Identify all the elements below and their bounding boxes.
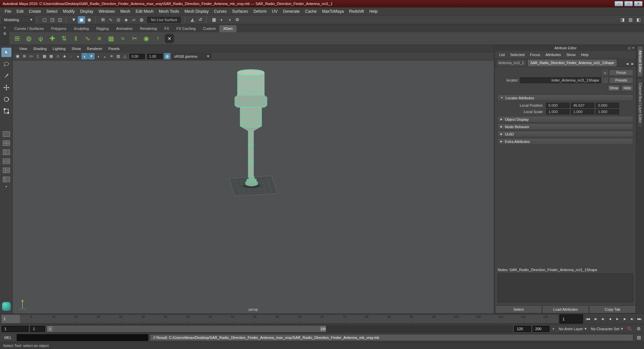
range-slider[interactable]: 1 120 [47,326,513,332]
ipr-render-icon[interactable]: ◑ [226,16,233,23]
symmetry-icon[interactable]: ◭ [189,16,196,23]
use-all-lights-icon[interactable]: ✶ [88,53,95,59]
command-result[interactable]: // Result: C:/Users/dimax/Desktop/SAR_Ra… [150,334,633,341]
menu-item[interactable]: UV [269,7,280,15]
copy-tab-button[interactable]: Copy Tab [589,305,636,313]
ae-node-tab[interactable]: Antenna_ncl1_1 [496,59,527,66]
menu-item[interactable]: Select [44,7,60,15]
ae-node-tab[interactable]: SAR_Radio_Direction_Finder_Antenna_ncl1_… [527,59,617,66]
safe-action-icon[interactable]: ◇ [55,53,61,59]
shelf-tab[interactable]: Animation [112,25,136,32]
xgen-clump-modifier-icon[interactable]: ≈ [118,34,128,44]
lasso-tool[interactable] [1,59,11,69]
menu-item[interactable]: Edit [14,7,26,15]
toggle-tool-settings-icon[interactable]: ▥ [627,16,634,23]
layout-two-pane-side-button[interactable] [2,149,11,155]
wireframe-icon[interactable]: ◌ [68,53,74,59]
layout-three-pane-button[interactable] [2,167,11,173]
menu-item[interactable]: MaxToMaya [319,7,346,15]
select-tool[interactable] [1,48,11,57]
current-frame-indicator[interactable]: 1 [1,315,19,323]
range-start-handle[interactable]: 1 [47,326,53,332]
menu-item[interactable]: File [2,7,14,15]
menu-item[interactable]: Generate [280,7,302,15]
paint-select-tool[interactable] [1,71,11,81]
render-current-frame-icon[interactable]: ◐ [218,16,225,23]
new-scene-icon[interactable]: ▢ [41,16,48,23]
attribute-value-y[interactable]: 1.000 [571,109,594,114]
dock-tab-channel-box[interactable]: Channel Box / Layer Editor [637,79,643,128]
viewport-menu-item[interactable]: Renderer [84,45,105,52]
section-object-display[interactable]: ▶ Object Display [498,116,633,122]
step-back-frame-button[interactable]: |◀ [591,315,599,323]
panel-close-icon[interactable]: ✕ [632,45,635,51]
character-set-selector[interactable]: No Character Set ▾ [589,327,624,331]
open-scene-icon[interactable]: ◳ [49,16,56,23]
construction-history-icon[interactable]: ↺ [197,16,204,23]
viewport-menu-item[interactable]: Panels [105,45,123,52]
ae-menu-item[interactable]: Help [578,53,591,57]
ae-menu-item[interactable]: Focus [527,53,543,57]
command-input[interactable] [17,334,148,341]
snap-to-point-icon[interactable]: ◎ [115,16,122,23]
xgen-duplicate-guide-icon[interactable]: ‖ [71,34,81,44]
step-forward-key-button[interactable]: |▶ [621,315,628,323]
film-gate-icon[interactable]: ▭ [28,53,34,59]
animation-preferences-icon[interactable]: ⚙ [635,326,642,332]
step-back-key-button[interactable]: ◀| [599,315,606,323]
minimize-button[interactable]: – [614,1,623,6]
layout-outliner-persp-button[interactable] [2,176,11,183]
tab-next-icon[interactable]: ▶ [630,62,635,65]
attribute-value-x[interactable]: 0.000 [546,103,570,108]
playback-speed-caret[interactable]: ▾ [551,327,556,331]
shelf-tab[interactable]: Custom [200,25,220,32]
shelf-gear-icon[interactable]: ⚙ [3,32,6,36]
viewport-menu-item[interactable]: Lighting [50,45,69,52]
select-by-object-type-icon[interactable]: ▣ [78,16,85,23]
view-transform-dropdown[interactable]: sRGB gamma ▾ [172,53,211,59]
section-locator-attributes[interactable]: ▼ Locator Attributes [498,95,633,101]
time-slider[interactable]: 1 51015202530354045505560657075808590951… [1,314,558,323]
toggle-channel-box-icon[interactable]: ◧ [635,16,642,23]
auto-keyframe-icon[interactable] [626,326,633,332]
dock-tab-attribute-editor[interactable]: Attribute Editor [637,46,643,77]
go-to-start-button[interactable]: |◀◀ [584,315,591,323]
viewport-menu-item[interactable]: View [16,45,30,52]
menu-item[interactable]: Modify [60,7,77,15]
shelf-tab[interactable]: XGen [219,25,236,32]
playback-range-bar[interactable]: 1 120 [47,326,326,332]
layout-single-pane-button[interactable] [2,131,11,137]
step-forward-frame-button[interactable]: ▶| [628,315,636,323]
load-attributes-button[interactable]: Load Attributes [542,305,589,313]
move-tool[interactable] [1,83,11,92]
ambient-occlusion-icon[interactable]: ◒ [102,53,108,59]
menu-item[interactable]: Redshift [346,7,367,15]
snap-to-view-plane-icon[interactable]: ▱ [130,16,138,23]
xgen-grass-preset-icon[interactable]: ψ [36,34,46,44]
focus-button[interactable]: Focus [609,69,633,76]
tab-prev-icon[interactable]: ◀ [625,62,630,65]
shadows-icon[interactable]: ◑ [95,53,101,59]
animation-end-field[interactable]: 200 [533,326,549,332]
exposure-field[interactable]: 0.00 [129,54,145,59]
menu-item[interactable]: Cache [302,7,319,15]
attribute-value-x[interactable]: 1.000 [546,109,570,114]
menu-item[interactable]: Curves [211,7,229,15]
section-uuid[interactable]: ▶ UUID [498,131,633,137]
maximize-button[interactable]: □ [624,1,633,6]
rotate-tool[interactable] [1,95,11,104]
select-button[interactable]: Select [495,305,542,313]
xgen-curve-utilities-icon[interactable]: ∿ [83,34,93,44]
toolbar-grip[interactable] [95,17,97,23]
viewport-menu-item[interactable]: Show [69,45,84,52]
layout-two-pane-stacked-button[interactable] [2,158,11,164]
shelf-tab[interactable]: Rendering [136,25,161,32]
toolbar-grip[interactable] [37,17,39,23]
smooth-shade-icon[interactable]: ● [75,53,81,59]
color-managed-icon[interactable]: ◍ [164,53,170,59]
menu-item[interactable]: Deform [251,7,269,15]
ae-menu-item[interactable]: Attributes [543,53,564,57]
layout-four-pane-button[interactable] [2,140,11,146]
menu-item[interactable]: Display [77,7,96,15]
snap-to-grid-icon[interactable]: ⊞ [99,16,107,23]
